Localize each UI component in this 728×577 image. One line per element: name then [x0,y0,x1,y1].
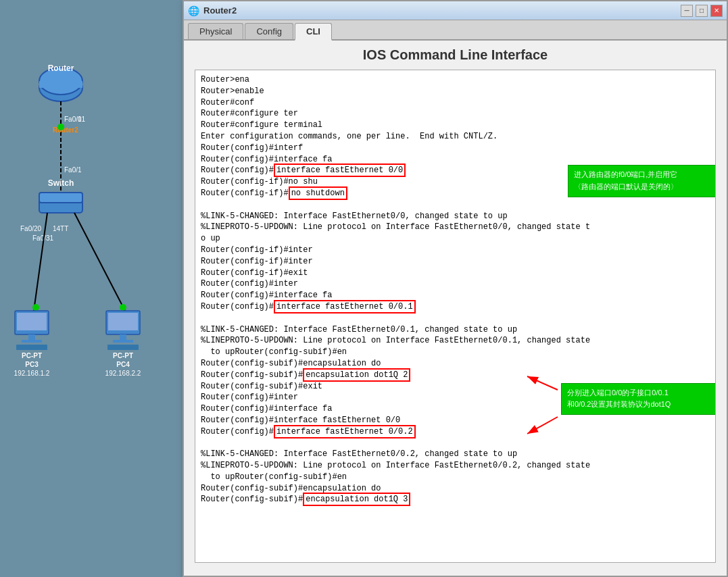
annotation-1: 进入路由器的f0/0端口,并启用它〈路由器的端口默认是关闭的〉 [568,165,716,197]
maximize-button[interactable]: □ [696,5,708,17]
cli-line: %LINK-5-CHANGED: Interface FastEthernet0… [201,211,710,222]
tab-config[interactable]: Config [245,23,293,39]
cli-line: %LINK-5-CHANGED: Interface FastEthernet0… [201,324,710,336]
svg-text:Switch: Switch [48,178,74,188]
tab-cli[interactable]: CLI [295,23,332,41]
svg-rect-30 [108,313,138,330]
title-bar-left: 🌐 Router2 [188,5,237,16]
svg-rect-2 [39,81,82,88]
svg-line-18 [74,213,125,311]
svg-text:Fa0/1: Fa0/1 [64,166,82,174]
title-bar: 🌐 Router2 ─ □ ✕ [184,1,727,20]
cli-line-highlighted: Router(config)#interface fastEthernet 0/… [201,426,710,438]
svg-text:Router2: Router2 [53,126,78,134]
close-button[interactable]: ✕ [710,5,723,17]
svg-rect-33 [107,345,139,350]
title-controls: ─ □ ✕ [681,5,723,17]
svg-point-9 [57,124,64,130]
annotation-2: 分别进入端口0/0的子接口0/0.1和0/0.2设置其封装协议为dot1Q [561,383,716,415]
svg-text:Fa0/20: Fa0/20 [20,225,42,232]
cli-line: Router(config)#inter [201,278,710,290]
tab-physical[interactable]: Physical [188,23,243,39]
cli-line: Router(config-if)#inter [201,245,710,256]
svg-text:192.168.1.2: 192.168.1.2 [14,370,50,377]
svg-rect-22 [17,313,47,330]
cli-line: to upRouter(config-subif)#en [201,472,710,483]
router-icon: 🌐 [188,5,199,16]
network-diagram: Router Fa0/0 11 Router2 Fa0/1 Switch Fa0… [0,0,183,577]
cli-title: IOS Command Line Interface [195,47,716,63]
svg-point-20 [120,304,126,311]
svg-rect-25 [16,345,47,350]
main-content: IOS Command Line Interface Router>ena Ro… [184,41,727,574]
cli-line-highlighted: Router(config-subif)#encapsulation dot1Q… [201,370,710,381]
cli-line: %LINEPROTO-5-UPDOWN: Line protocol on In… [201,222,710,233]
svg-point-19 [32,304,39,311]
terminal-content: Router>ena Router>enable Router#conf Rou… [201,74,710,505]
svg-text:Router: Router [48,64,74,73]
cli-line: Router(config-subif)#encapsulation do [201,358,710,370]
svg-text:192.168.2.2: 192.168.2.2 [105,370,141,377]
cli-line: Router#configure terminal [201,120,710,131]
cli-line-highlighted: Router(config-subif)#encapsulation dot1Q… [201,494,710,505]
svg-text:PC-PT: PC-PT [113,352,133,359]
cli-line: %LINEPROTO-5-UPDOWN: Line protocol on In… [201,335,710,347]
svg-rect-32 [113,340,133,343]
cli-line: Router(config-if)#exit [201,268,710,279]
cli-line: o up [201,233,710,245]
cli-line: Router#configure ter [201,108,710,120]
highlighted-block-2: Router(config-subif)#encapsulation dot1Q… [201,370,710,438]
cli-line: Router(config)#interf [201,143,710,154]
cli-line: Router#conf [201,97,710,109]
router2-window: 🌐 Router2 ─ □ ✕ Physical Config CLI IOS … [183,0,728,577]
cli-line: %LINK-5-CHANGED: Interface FastEthernet0… [201,449,710,460]
tab-bar: Physical Config CLI [184,20,727,41]
minimize-button[interactable]: ─ [681,5,693,17]
cli-line: Enter configuration commands, one per li… [201,131,710,143]
cli-line: to upRouter(config-subif)#en [201,347,710,358]
cli-line: %LINEPROTO-5-UPDOWN: Line protocol on In… [201,460,710,472]
cli-line [201,438,710,449]
svg-rect-24 [22,340,42,343]
svg-rect-23 [28,334,35,340]
cli-line: Router>enable [201,86,710,97]
svg-text:PC-PT: PC-PT [22,352,42,359]
cli-line-highlighted: Router(config)#interface fastEthernet 0/… [201,301,710,313]
cli-terminal[interactable]: Router>ena Router>enable Router#conf Rou… [195,70,716,563]
highlighted-block-1: Router(config)#interface fastEthernet 0/… [201,165,710,199]
svg-rect-31 [120,334,126,340]
svg-text:PC3: PC3 [25,361,39,368]
cli-line [201,199,710,211]
svg-text:11: 11 [78,116,86,123]
svg-rect-12 [39,193,82,203]
window-title: Router2 [203,5,237,16]
svg-text:PC4: PC4 [116,361,130,368]
cli-line [201,313,710,324]
cli-line: Router>ena [201,74,710,86]
svg-text:14TT: 14TT [53,225,68,232]
cli-line: Router(config-subif)#encapsulation do [201,483,710,495]
cli-line: Router(config-if)#inter [201,256,710,268]
